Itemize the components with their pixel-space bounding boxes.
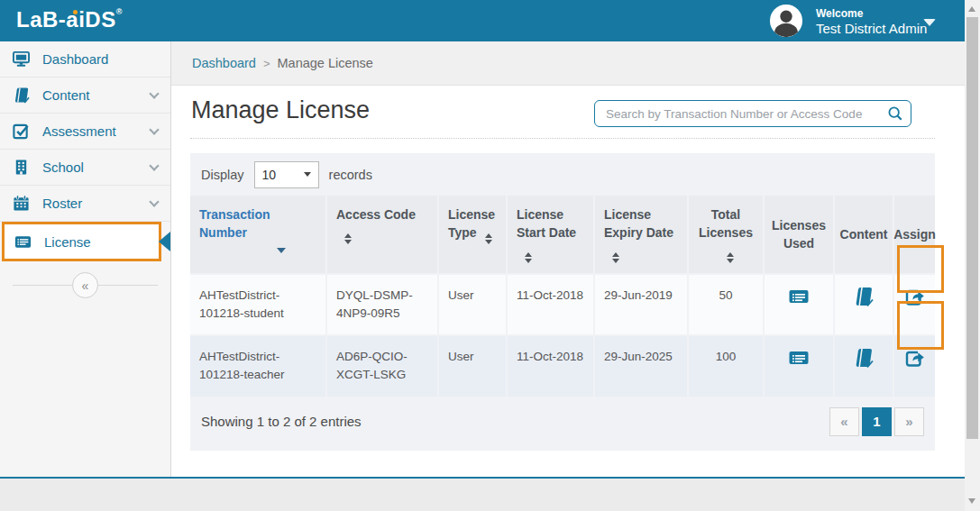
topbar: LaB-aiDS® Welcome Test District Admin [0,0,965,41]
assign-share-icon[interactable] [904,347,926,369]
sidebar-item-label: School [42,160,84,175]
sort-icon [612,252,619,263]
cell-total-licenses: 50 [689,275,763,335]
column-header-content: Content [835,196,893,273]
cell-license-type: User [439,275,506,335]
logo-orange-dot [73,10,78,14]
scroll-down-arrow-icon[interactable] [968,498,975,504]
sort-icon [525,252,532,263]
page-title: Manage License [191,96,370,124]
cell-license-expiry-date: 29-Jun-2019 [595,275,687,335]
sidebar-item-roster[interactable]: Roster [0,186,170,222]
chevron-down-icon [149,88,159,98]
building-icon [13,159,30,176]
license-card-icon [14,233,32,251]
column-header-license-type[interactable]: License Type [439,196,506,273]
calendar-icon [13,195,30,212]
sidebar-item-content[interactable]: Content [0,78,170,114]
sort-icon [727,252,734,263]
user-menu-chevron-down-icon[interactable] [923,19,936,26]
licenses-used-list-icon[interactable] [788,347,810,369]
column-header-transaction-number[interactable]: Transaction Number [190,196,325,273]
sidebar-item-license[interactable]: License [2,222,161,261]
sort-icon [344,233,352,244]
sort-desc-icon [277,248,286,253]
page-bottom-strip [0,477,965,511]
cell-assign [894,275,935,335]
search-box [594,100,911,127]
content-book-icon[interactable] [853,347,875,369]
welcome-label: Welcome [816,7,863,20]
table-footer: Showing 1 to 2 of 2 entries « 1 » [190,397,935,445]
column-header-license-expiry-date[interactable]: License Expiry Date [595,196,687,273]
column-header-access-code[interactable]: Access Code [327,196,437,273]
breadcrumb: Dashboard > Manage License [171,41,965,86]
monitor-icon [13,50,30,68]
sidebar-item-dashboard[interactable]: Dashboard [0,41,170,78]
sidebar-collapse-row: « [0,272,170,299]
cell-content [835,275,893,335]
app-window: LaB-aiDS® Welcome Test District Admin Da… [0,0,980,511]
breadcrumb-separator: > [263,57,270,70]
search-input[interactable] [606,107,887,121]
sidebar-item-label: Content [42,87,90,103]
cell-license-expiry-date: 29-Jun-2025 [595,336,687,397]
cell-total-licenses: 100 [689,336,763,397]
cell-licenses-used [765,336,833,397]
cell-content [835,336,893,397]
page-size-select[interactable]: 10 [254,161,319,188]
licenses-used-list-icon[interactable] [788,286,810,307]
cell-access-code: AD6P-QCIO-XCGT-LSKG [327,336,437,397]
column-header-license-start-date[interactable]: License Start Date [508,196,593,273]
display-label: Display [201,168,244,182]
sidebar-item-label: License [44,234,91,250]
sidebar-item-assessment[interactable]: Assessment [0,114,170,150]
chevron-down-icon [149,196,159,206]
sidebar-item-label: Roster [42,196,82,211]
sidebar: Dashboard Content Assessment School [0,41,171,477]
avatar[interactable] [769,4,803,38]
cell-access-code: DYQL-DSMP-4NP9-09R5 [327,275,437,335]
breadcrumb-current: Manage License [278,56,373,70]
cell-assign [894,336,935,397]
lab-aids-logo[interactable]: LaB-aiDS® [16,7,123,32]
cell-transaction-number: AHTestDistrict-101218-teacher [190,336,325,397]
cell-license-start-date: 11-Oct-2018 [508,336,593,397]
select-caret-icon [304,172,311,177]
divider [190,138,935,139]
search-icon[interactable] [887,105,903,122]
page-size-value: 10 [262,168,277,182]
sidebar-collapse-button[interactable]: « [72,272,98,298]
column-header-licenses-used: Licenses Used [765,196,833,273]
pagination: « 1 » [829,407,924,436]
book-icon [13,87,30,104]
sort-icon [485,233,492,244]
assign-share-icon[interactable] [904,286,926,307]
scrollbar-thumb[interactable] [966,17,978,439]
cell-licenses-used [765,275,833,335]
scroll-up-arrow-icon[interactable] [968,6,975,12]
vertical-scrollbar[interactable] [965,0,980,511]
active-item-arrow-icon [159,232,170,251]
sidebar-item-label: Dashboard [42,51,108,67]
cell-license-type: User [439,336,506,397]
chevron-down-icon [149,124,159,134]
registered-mark: ® [116,7,123,16]
pagination-next-button[interactable]: » [894,407,924,436]
sidebar-item-label: Assessment [42,123,116,139]
records-label: records [329,168,372,182]
check-square-icon [13,123,30,140]
cell-license-start-date: 11-Oct-2018 [508,275,593,335]
display-records-control: Display 10 records [190,153,935,196]
breadcrumb-dashboard-link[interactable]: Dashboard [192,56,256,70]
pagination-prev-button[interactable]: « [829,407,859,436]
entries-summary: Showing 1 to 2 of 2 entries [201,414,362,429]
column-header-total-licenses[interactable]: Total Licenses [689,196,763,273]
pagination-page-1-button[interactable]: 1 [862,407,892,436]
sidebar-item-school[interactable]: School [0,150,170,186]
cell-transaction-number: AHTestDistrict-101218-student [190,275,325,335]
content-book-icon[interactable] [853,286,875,307]
chevron-down-icon [149,160,159,170]
logo-text: LaB-aiDS [16,7,116,32]
user-name: Test District Admin [816,21,927,36]
